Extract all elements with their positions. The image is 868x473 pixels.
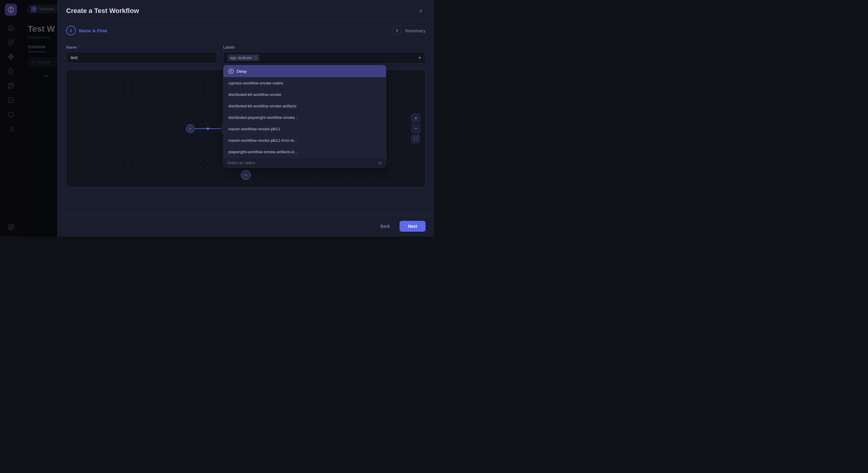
modal-title: Create a Test Workflow (66, 7, 139, 15)
svg-point-20 (379, 161, 381, 164)
chevron-down-icon: ▾ (418, 55, 421, 61)
step-1-label: Name & Flow (79, 28, 107, 33)
flow-connector (194, 127, 221, 130)
zoom-controls: + − (411, 114, 421, 143)
delay-icon: ⏱ (228, 68, 234, 74)
flow-line-2 (209, 128, 221, 129)
dropdown-item-maven-jdk11-from[interactable]: maven-workflow-smoke-jdk11-from-te... (223, 135, 386, 146)
name-label: Name * (66, 45, 217, 49)
create-workflow-modal: Create a Test Workflow × 1 Name & Flow 2… (57, 0, 434, 236)
flow-bottom-add: + (241, 170, 251, 180)
modal-overlay[interactable]: Create a Test Workflow × 1 Name & Flow 2… (0, 0, 434, 236)
zoom-out-button[interactable]: − (411, 124, 421, 133)
dropdown-item-cypress[interactable]: cypress-workflow-smoke-matrix (223, 77, 386, 89)
next-button[interactable]: Next (400, 221, 426, 232)
dropdown-item-playwright-smoke[interactable]: distributed-playwright-workflow-smoke... (223, 112, 386, 123)
flow-line (194, 128, 207, 129)
dropdown-item-delay[interactable]: ⏱ Delay (223, 65, 386, 77)
dropdown-item-playwright-artifacts[interactable]: playwright-workflow-smoke-artifacts-d... (223, 146, 386, 158)
zoom-in-button[interactable]: + (411, 114, 421, 123)
modal-close-button[interactable]: × (416, 6, 426, 16)
labels-label: Labels (223, 45, 426, 49)
form-row: Name * Labels app: testkube ⓘ ▾ (66, 45, 426, 64)
dropdown-item-k6-smoke[interactable]: distributed-k6-workflow-smoke (223, 89, 386, 100)
back-button[interactable]: Back (374, 221, 396, 232)
dropdown-item-maven-jdk11[interactable]: maven-workflow-smoke-jdk11 (223, 123, 386, 135)
labels-field-group: Labels app: testkube ⓘ ▾ ⏱ (223, 45, 426, 64)
dropdown-search-input[interactable] (227, 161, 376, 165)
labels-dropdown: ⏱ Delay cypress-workflow-smoke-matrix di… (223, 65, 386, 168)
step-2: 2 Summary (392, 26, 426, 35)
stepper: 1 Name & Flow 2 Summary (58, 21, 434, 40)
label-info-icon: ⓘ (253, 55, 257, 60)
name-field-group: Name * (66, 45, 217, 64)
modal-header: Create a Test Workflow × (58, 0, 434, 21)
modal-body: Name * Labels app: testkube ⓘ ▾ (58, 40, 434, 216)
flow-add-below-button[interactable]: + (241, 170, 251, 180)
modal-footer: Back Next (58, 216, 434, 236)
svg-line-21 (381, 164, 382, 164)
flow-dot (207, 127, 209, 130)
flow-add-start-button[interactable]: + (186, 124, 194, 133)
name-input[interactable] (66, 52, 217, 63)
labels-select[interactable]: app: testkube ⓘ ▾ (223, 52, 426, 64)
step-1-circle: 1 (66, 26, 76, 35)
labels-select-wrapper: app: testkube ⓘ ▾ ⏱ Delay (223, 52, 426, 64)
dropdown-search-box[interactable] (223, 158, 386, 167)
label-tag: app: testkube ⓘ (228, 55, 259, 61)
dropdown-item-k6-artifacts[interactable]: distributed-k6-workflow-smoke-artifacts (223, 100, 386, 112)
step-2-circle: 2 (392, 26, 402, 35)
step-2-label: Summary (405, 28, 426, 33)
step-1: 1 Name & Flow (66, 26, 107, 35)
fit-view-button[interactable] (411, 134, 421, 143)
dropdown-search-icon (378, 161, 382, 165)
